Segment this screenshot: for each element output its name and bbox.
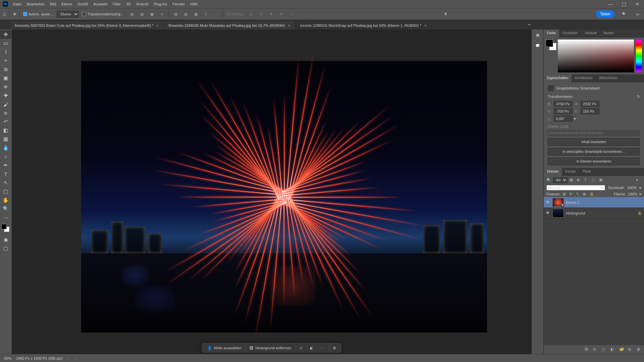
auto-select-target[interactable]: Ebene (57, 11, 79, 17)
screen-mode-tool[interactable]: ▢ (0, 244, 11, 253)
move-tool[interactable]: ✥ (0, 30, 11, 39)
edit-content-button[interactable]: Inhalt bearbeiten (548, 138, 640, 146)
filter-type-icon[interactable]: T (584, 178, 590, 183)
convert-layers-button[interactable]: In Ebenen konvertieren (548, 158, 640, 165)
auto-select-checkbox[interactable]: Autom. ausw… (23, 12, 54, 16)
align-center-v-icon[interactable]: ▥ (182, 11, 189, 17)
history-brush-tool[interactable]: ↶ (0, 117, 11, 126)
document-info[interactable]: 2400 Px x 1600 Px (300 ppi) (16, 356, 63, 360)
hue-slider[interactable] (636, 40, 642, 72)
blend-mode-select[interactable]: Normal (546, 185, 605, 190)
transform-icon[interactable]: ⤢ (296, 345, 306, 352)
link-layers-icon[interactable]: ⌘ (584, 347, 590, 352)
document-tab[interactable]: toronto-1298016 StockSnap auf Pixabay.jp… (296, 21, 432, 29)
close-tab-icon[interactable]: ✕ (156, 24, 159, 27)
lock-icon[interactable]: 🔒 (589, 192, 594, 196)
collapsed-panel-icon[interactable]: ▦ (534, 31, 542, 39)
menu-ansicht[interactable]: Ansicht (133, 1, 151, 7)
tab-verlaeufe[interactable]: Verläufe (581, 29, 600, 38)
align-right-icon[interactable]: ▦ (149, 11, 155, 17)
lock-position-icon[interactable]: ✥ (569, 192, 574, 196)
convert-linked-button[interactable]: In verknüpftes Smartobjekt konvertieren… (548, 148, 640, 156)
align-center-h-icon[interactable]: ▥ (139, 11, 145, 17)
edit-toolbar[interactable]: ⋯ (0, 213, 11, 222)
visibility-icon[interactable]: 👁 (546, 210, 550, 216)
color-swatches[interactable] (1, 224, 10, 233)
opacity-value[interactable]: 100% (627, 186, 637, 190)
layer-row[interactable]: 👁 Hintergrund 🔒 (544, 208, 644, 219)
remove-background-button[interactable]: 🖼Hintergrund entfernen (246, 345, 294, 351)
delete-layer-icon[interactable]: 🗑 (637, 347, 642, 352)
color-field[interactable] (558, 40, 634, 72)
tab-eigenschaften[interactable]: Eigenschaften (544, 74, 572, 82)
menu-hilfe[interactable]: Hilfe (187, 1, 200, 7)
pen-tool[interactable]: ✒ (0, 161, 11, 170)
home-icon[interactable]: ⌂ (3, 11, 6, 17)
document-tab[interactable]: fireworks-1586035 Muto Masataka auf Pixa… (164, 21, 296, 29)
menu-ebene[interactable]: Ebene (59, 1, 75, 7)
layer-thumbnail[interactable] (552, 209, 564, 218)
tab-pfade[interactable]: Pfade (579, 168, 595, 176)
menu-schrift[interactable]: Schrift (75, 1, 91, 7)
filter-smart-icon[interactable]: ▣ (599, 178, 604, 183)
magic-wand-tool[interactable]: ✧ (0, 56, 11, 65)
beaker-icon[interactable]: ⚗ (444, 12, 447, 16)
y-field[interactable]: 150 Px (581, 108, 599, 114)
tab-korrekturen[interactable]: Korrekturen (572, 74, 596, 82)
layer-name[interactable]: Ebene 1 (566, 200, 642, 204)
document-tab[interactable]: fireworks-5007820 Briam Cute auf Pixabay… (10, 21, 164, 29)
filter-toggle-icon[interactable]: ● (636, 178, 641, 183)
distribute-icon[interactable]: ≡ (159, 11, 165, 17)
align-bottom-icon[interactable]: ▦ (193, 11, 199, 17)
filter-adjust-icon[interactable]: ◐ (577, 178, 582, 183)
more-options-icon[interactable]: ⋯ (317, 345, 328, 352)
tab-muster[interactable]: Muster (600, 29, 617, 38)
collapse-panels-icon[interactable]: ▸▸ (528, 23, 531, 26)
hand-tool[interactable]: ✋ (0, 196, 11, 204)
crop-tool[interactable]: ⧉ (0, 65, 11, 74)
layer-name[interactable]: Hintergrund (566, 211, 635, 215)
frame-tool[interactable]: ▣ (0, 74, 11, 82)
menu-fenster[interactable]: Fenster (170, 1, 187, 7)
zoom-value[interactable]: 50% (4, 356, 11, 360)
collapsed-comment-icon[interactable]: 💬 (534, 42, 542, 50)
quick-mask-tool[interactable]: ◉ (0, 235, 11, 244)
fill-value[interactable]: 100% (628, 192, 637, 196)
adjustment-layer-icon[interactable]: ◐ (610, 347, 616, 352)
scroll-left-icon[interactable]: ‹ (76, 356, 77, 360)
blur-tool[interactable]: 💧 (0, 143, 11, 152)
tab-kanaele[interactable]: Kanäle (562, 168, 579, 176)
filter-search-icon[interactable]: 🔍 (546, 178, 551, 182)
align-top-icon[interactable]: ▤ (172, 11, 179, 17)
share-button[interactable]: Teilen (596, 10, 614, 18)
window-minimize[interactable]: — (604, 0, 617, 8)
layer-style-icon[interactable]: fx (593, 347, 598, 352)
tab-farbfelder[interactable]: Farbfelder (559, 29, 581, 38)
select-subject-button[interactable]: 👤Motiv auswählen (204, 345, 245, 352)
brush-tool[interactable]: 🖌 (0, 100, 11, 109)
tab-ebenen[interactable]: Ebenen (544, 168, 562, 176)
visibility-icon[interactable]: 👁 (546, 200, 550, 205)
workspace-icon[interactable]: ▭ (634, 10, 641, 18)
align-left-icon[interactable]: ▤ (128, 11, 135, 17)
filter-shape-icon[interactable]: ▢ (592, 178, 597, 183)
zoom-tool[interactable]: 🔍 (0, 204, 11, 213)
reset-icon[interactable]: ↻ (637, 95, 640, 99)
menu-plugins[interactable]: Plug-ins (151, 1, 170, 7)
angle-dropdown-icon[interactable]: ▾ (574, 117, 576, 121)
layer-filter-kind[interactable]: Art (553, 177, 568, 183)
tab-farbe[interactable]: Farbe (544, 29, 559, 38)
menu-bild[interactable]: Bild (47, 1, 59, 7)
document-canvas[interactable]: document.write(Array.from({length:72},(_… (81, 61, 487, 333)
close-tab-icon[interactable]: ✕ (288, 24, 290, 27)
window-close[interactable]: ✕ (631, 0, 644, 8)
move-tool-icon[interactable]: ✥ (13, 12, 16, 16)
clone-stamp-tool[interactable]: ⧇ (0, 109, 11, 117)
new-layer-icon[interactable]: ⊞ (628, 347, 633, 352)
rectangle-tool[interactable]: ▢ (0, 187, 11, 196)
eraser-tool[interactable]: ◧ (0, 126, 11, 135)
gradient-tool[interactable]: ▦ (0, 135, 11, 143)
tab-bibliotheken[interactable]: Bibliotheken (596, 74, 621, 82)
menu-auswahl[interactable]: Auswahl (91, 1, 110, 7)
lasso-tool[interactable]: ⌇ (0, 48, 11, 56)
